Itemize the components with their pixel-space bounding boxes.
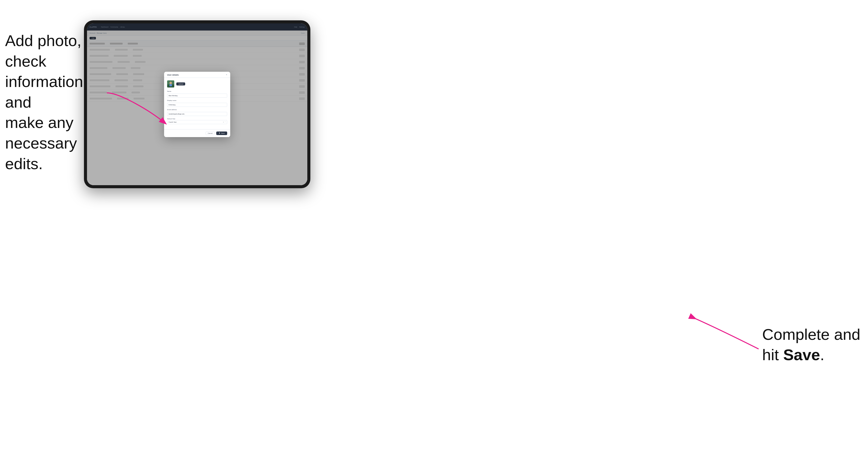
annotation-right: Complete andhit Save. [762, 324, 860, 365]
avatar-section: Upload [167, 81, 227, 88]
cancel-button[interactable]: Cancel [206, 131, 215, 135]
email-label: Email address [167, 109, 227, 111]
avatar [167, 81, 174, 88]
name-label: Name [167, 91, 227, 92]
select-controls: × ⌃ [223, 121, 226, 123]
annotation-right-bold: Save [783, 346, 820, 364]
modal-close-button[interactable]: × [226, 74, 227, 76]
modal-footer: Cancel ⬆ Save [164, 129, 230, 137]
select-chevron-icon: ⌃ [225, 121, 226, 123]
upload-photo-button[interactable]: Upload [176, 83, 185, 86]
modal-title: User details [167, 74, 179, 76]
modal-body: Upload Name Display name Email addre [164, 78, 230, 129]
display-name-input[interactable] [167, 103, 227, 107]
save-button[interactable]: ⬆ Save [216, 131, 227, 135]
modal-header: User details × [164, 72, 230, 78]
email-input[interactable] [167, 112, 227, 116]
school-year-label: School Year [167, 118, 227, 120]
arrow-right [687, 313, 764, 355]
svg-rect-5 [169, 84, 172, 86]
name-field-group: Name [167, 91, 227, 98]
display-name-label: Display name [167, 100, 227, 101]
svg-point-4 [169, 82, 172, 84]
annotation-right-period: . [820, 346, 825, 364]
display-name-field-group: Display name [167, 100, 227, 107]
user-details-modal: User details × [164, 72, 230, 137]
school-year-select[interactable]: Fourth Year × ⌃ [167, 120, 227, 124]
arrow-left [99, 90, 170, 132]
email-field-group: Email address [167, 109, 227, 116]
select-clear-icon[interactable]: × [223, 121, 224, 123]
save-icon: ⬆ [219, 132, 220, 134]
save-label: Save [221, 132, 225, 134]
school-year-field-group: School Year Fourth Year × ⌃ [167, 118, 227, 124]
name-input[interactable] [167, 94, 227, 98]
